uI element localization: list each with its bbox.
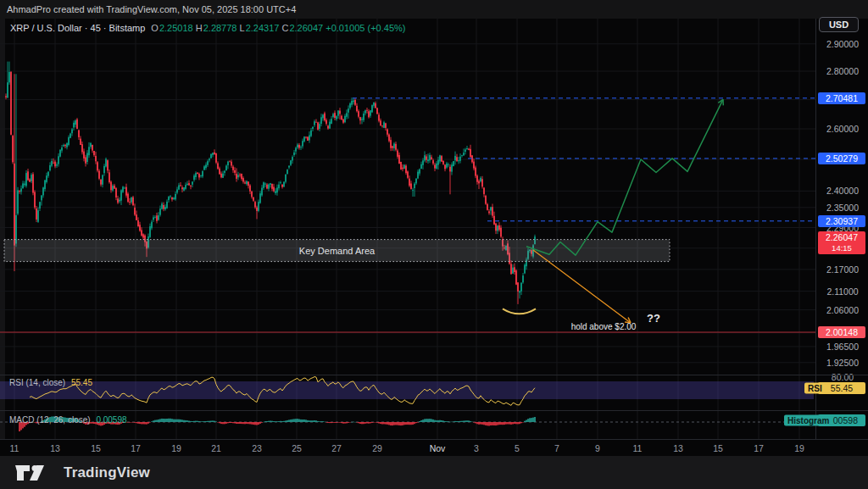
chart-widget[interactable]: Key Demand Areahold above $2.00?? XRP / …: [0, 19, 868, 456]
rsi-pane[interactable]: [0, 377, 814, 406]
annotation-notes: hold above $2.00??: [571, 312, 660, 331]
price-tick: 2.35000: [816, 203, 868, 213]
projection-path-green[interactable]: [526, 99, 723, 255]
price-axis[interactable]: 2.900002.800002.600002.400002.350002.290…: [815, 19, 868, 439]
histogram-badge: Histogram: [784, 415, 832, 426]
price-tick: 1.96500: [816, 342, 868, 352]
grid-layer: [0, 19, 815, 439]
time-tick: 13: [50, 443, 60, 453]
time-tick: 5: [515, 443, 520, 453]
time-tick: 15: [713, 443, 723, 453]
level-price-label: 2.70481: [818, 92, 865, 104]
time-tick: 27: [331, 443, 342, 453]
level-price-label: 2.50279: [818, 153, 865, 164]
last-price-label: 2.2604714:15: [818, 231, 865, 254]
time-tick: 29: [372, 443, 382, 453]
attribution-bar: AhmadPro created with TradingView.com, N…: [0, 0, 868, 19]
rsi-indicator-title[interactable]: RSI (14, close) 55.45: [9, 378, 92, 387]
level-price-label: 2.30937: [818, 215, 865, 227]
ohlc-value: 2.28778: [203, 23, 240, 33]
rsi-badge: RSI: [804, 382, 826, 393]
macd-indicator-title[interactable]: MACD (12, 26, close) 0.00598: [9, 415, 127, 425]
time-tick: 7: [554, 443, 559, 453]
time-tick: 11: [633, 443, 643, 453]
rsi-title-text: RSI (14, close): [9, 378, 65, 387]
time-tick: 3: [474, 443, 479, 453]
note-text: hold above $2.00: [571, 322, 637, 331]
time-tick: 9: [595, 443, 600, 453]
ohlc-value: 2.26047: [289, 23, 326, 33]
attribution-text: AhmadPro created with TradingView.com, N…: [7, 4, 296, 14]
ohlc-label: L: [240, 23, 245, 33]
price-tick: 2.06000: [816, 305, 868, 315]
time-tick: 11: [10, 443, 19, 453]
ohlc-value: 2.24317: [246, 23, 282, 33]
price-tick: 1.92500: [816, 358, 868, 368]
ohlc-label: C: [281, 23, 288, 33]
time-tick: 13: [673, 443, 683, 453]
ohlc-label: O: [151, 23, 159, 33]
time-tick: 17: [131, 443, 141, 453]
price-tick: 2.40000: [816, 186, 868, 196]
macd-title-text: MACD (12, 26, close): [9, 415, 91, 425]
time-tick: 25: [292, 443, 302, 453]
time-tick: 17: [754, 443, 764, 453]
change-value: +0.01005 (+0.45%): [326, 23, 405, 33]
ohlc-values: O2.25018 H2.28778 L2.24317 C2.26047 +0.0…: [151, 23, 405, 33]
currency-toggle-button[interactable]: USD: [819, 17, 859, 32]
price-tick: 2.60000: [816, 124, 868, 134]
footer-brand-text[interactable]: TradingView: [64, 464, 150, 481]
level-price-label: 2.00148: [818, 326, 865, 338]
time-tick: 15: [91, 443, 101, 453]
pane-separator-rsi[interactable]: [0, 375, 868, 375]
time-tick: Nov: [430, 443, 446, 453]
time-tick: 21: [211, 443, 221, 453]
symbol-title[interactable]: XRP / U.S. Dollar · 45 · Bitstamp: [10, 23, 145, 33]
ohlc-label: H: [196, 23, 203, 33]
time-tick: 19: [171, 443, 181, 453]
ohlc-value: 2.25018: [159, 23, 196, 33]
macd-value-text: 0.00598: [96, 415, 126, 425]
price-tick: 2.17000: [816, 264, 868, 275]
note-text: ??: [647, 312, 660, 325]
demand-zone-label: Key Demand Area: [299, 246, 376, 256]
price-tick: 2.90000: [816, 39, 868, 49]
rsi-band: [0, 381, 814, 399]
rsi-scale-tick: 80.00: [816, 372, 868, 382]
chart-canvas[interactable]: Key Demand Areahold above $2.00??: [0, 19, 815, 439]
symbol-info-row: XRP / U.S. Dollar · 45 · Bitstamp O2.250…: [10, 22, 405, 34]
rsi-value-text: 55.45: [71, 378, 92, 387]
price-tick: 2.80000: [816, 66, 868, 76]
time-tick: 19: [794, 443, 804, 453]
price-tick: 2.11000: [816, 286, 868, 297]
tradingview-logo-icon[interactable]: [14, 463, 52, 483]
time-axis[interactable]: 11131517192123252729Nov35791113151719: [0, 439, 868, 457]
candlestick-series[interactable]: [5, 62, 536, 304]
footer-bar: TradingView: [0, 456, 868, 489]
time-tick: 23: [252, 443, 262, 453]
horizontal-levels[interactable]: [0, 98, 815, 332]
pane-separator-macd[interactable]: [0, 410, 868, 411]
